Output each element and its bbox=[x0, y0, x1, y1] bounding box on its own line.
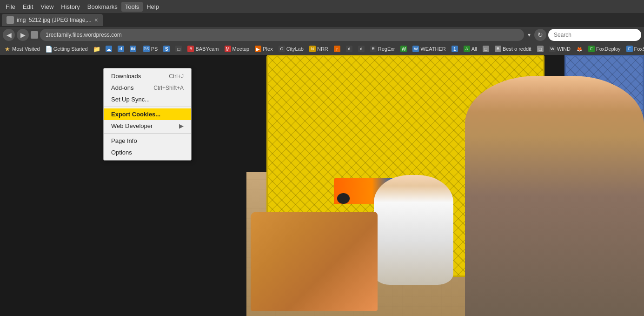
bookmark-fd-icon: F bbox=[588, 46, 595, 52]
bookmark-city-icon: C bbox=[279, 46, 285, 52]
bookmark-w[interactable]: W bbox=[398, 45, 409, 53]
menu-view[interactable]: View bbox=[37, 2, 57, 12]
bookmark-sq2-icon: □ bbox=[483, 46, 489, 52]
reload-button[interactable]: ↻ bbox=[534, 29, 546, 41]
menu-item-label: Export Cookies... bbox=[111, 111, 160, 118]
bookmark-citylab[interactable]: C CityLab bbox=[276, 45, 306, 53]
bookmark-label: WEATHER bbox=[420, 46, 445, 52]
bookmark-label: PS bbox=[151, 46, 158, 52]
menu-item-options[interactable]: Options bbox=[104, 147, 191, 158]
bookmark-fox[interactable]: 🦊 bbox=[574, 45, 585, 53]
bookmark-folder-icon: 📁 bbox=[93, 46, 100, 52]
bookmark-wind[interactable]: W WIND bbox=[547, 45, 573, 53]
menu-item-shortcut: Ctrl+J bbox=[169, 73, 184, 80]
bookmark-label: Best o reddit bbox=[503, 46, 531, 52]
bookmark-label: NRR bbox=[317, 46, 328, 52]
bookmark-in[interactable]: IN bbox=[127, 45, 140, 53]
active-tab[interactable]: img_5212.jpg (JPEG Image,... × bbox=[2, 14, 103, 26]
photo-scene bbox=[246, 55, 644, 316]
bookmark-s-icon: S bbox=[163, 46, 170, 52]
image-area bbox=[246, 55, 644, 316]
forward-button[interactable]: ▶ bbox=[17, 29, 29, 41]
menu-help[interactable]: Help bbox=[143, 2, 163, 12]
bookmark-d2[interactable]: d bbox=[344, 45, 355, 53]
bookmark-cloud[interactable]: ☁ bbox=[103, 45, 114, 53]
bookmark-br-icon: B bbox=[495, 46, 501, 52]
menu-item-sync[interactable]: Set Up Sync... bbox=[104, 94, 191, 105]
search-input[interactable] bbox=[548, 29, 641, 41]
bookmark-best-reddit[interactable]: B Best o reddit bbox=[492, 45, 534, 53]
menu-edit[interactable]: Edit bbox=[19, 2, 37, 12]
bookmark-d2-icon: d bbox=[346, 46, 352, 52]
bookmark-wind-icon: W bbox=[549, 46, 556, 52]
bookmark-doc-icon: 📄 bbox=[46, 46, 52, 52]
url-input[interactable] bbox=[40, 29, 524, 41]
menu-history[interactable]: History bbox=[57, 2, 83, 12]
bookmark-reddit[interactable]: r bbox=[332, 45, 343, 53]
bookmark-ps[interactable]: PS PS bbox=[141, 45, 160, 53]
bookmark-meetup[interactable]: M Meetup bbox=[222, 45, 252, 53]
bookmark-most-visited[interactable]: ★ Most Visited bbox=[2, 45, 42, 53]
menu-item-export-cookies[interactable]: Export Cookies... bbox=[104, 108, 191, 120]
bookmark-all[interactable]: A All bbox=[461, 45, 479, 53]
tools-dropdown-menu: Downloads Ctrl+J Add-ons Ctrl+Shift+A Se… bbox=[103, 68, 192, 161]
menu-item-downloads[interactable]: Downloads Ctrl+J bbox=[104, 70, 191, 82]
bookmark-square[interactable]: □ bbox=[173, 45, 184, 53]
floor-toys bbox=[251, 212, 378, 311]
menu-item-addons[interactable]: Add-ons Ctrl+Shift+A bbox=[104, 82, 191, 94]
bookmark-regexr[interactable]: R RegExr bbox=[368, 45, 398, 53]
bookmark-sq-icon: □ bbox=[175, 46, 182, 52]
menu-separator-1 bbox=[104, 107, 191, 107]
bookmark-d3-icon: d bbox=[358, 46, 365, 52]
url-dropdown-icon[interactable]: ▾ bbox=[526, 32, 532, 38]
bookmark-label: Meetup bbox=[232, 46, 250, 52]
bookmark-babycam[interactable]: B BABYcam bbox=[185, 45, 221, 53]
bookmark-label: RegExr bbox=[378, 46, 395, 52]
tab-close-button[interactable]: × bbox=[94, 16, 98, 24]
menu-tools[interactable]: Tools bbox=[121, 2, 143, 12]
bookmark-1-icon: 1 bbox=[451, 46, 458, 52]
menu-item-label: Set Up Sync... bbox=[111, 96, 150, 103]
menu-item-label: Web Developer bbox=[111, 122, 153, 129]
dad-figure bbox=[465, 76, 644, 316]
bookmark-foxs[interactable]: F FoxS bbox=[624, 45, 644, 53]
bookmark-foxdeploy[interactable]: F FoxDeploy bbox=[586, 45, 623, 53]
bookmark-nrr[interactable]: N NRR bbox=[307, 45, 331, 53]
bookmarks-bar: ★ Most Visited 📄 Getting Started 📁 ☁ d I… bbox=[0, 43, 644, 55]
bookmark-d-icon: d bbox=[118, 46, 124, 52]
bookmark-baby-icon: B bbox=[187, 46, 194, 52]
menu-item-label: Downloads bbox=[111, 73, 141, 80]
bookmark-label: Plex bbox=[263, 46, 272, 52]
menu-bookmarks[interactable]: Bookmarks bbox=[84, 2, 121, 12]
back-button[interactable]: ◀ bbox=[3, 29, 15, 41]
bookmark-meetup-icon: M bbox=[225, 46, 231, 52]
bookmark-cloud-icon: ☁ bbox=[106, 46, 112, 52]
bookmark-d3[interactable]: d bbox=[356, 45, 367, 53]
bookmark-folder-yellow[interactable]: 📁 bbox=[91, 45, 102, 53]
bookmark-getting-started[interactable]: 📄 Getting Started bbox=[43, 45, 90, 53]
bookmark-regexr-icon: R bbox=[370, 46, 377, 52]
bookmark-weather[interactable]: W WEATHER bbox=[410, 45, 448, 53]
bookmark-sq3-icon: □ bbox=[537, 46, 544, 52]
main-content: Downloads Ctrl+J Add-ons Ctrl+Shift+A Se… bbox=[0, 55, 644, 316]
bookmark-label: Getting Started bbox=[53, 46, 88, 52]
bookmark-sq3[interactable]: □ bbox=[535, 45, 546, 53]
bookmark-label: CityLab bbox=[286, 46, 304, 52]
page-favicon bbox=[31, 31, 38, 39]
bookmark-plex[interactable]: ▶ Plex bbox=[252, 45, 275, 53]
menu-item-label: Options bbox=[111, 149, 132, 156]
bookmark-digg[interactable]: d bbox=[115, 45, 126, 53]
menu-item-web-developer[interactable]: Web Developer ▶ bbox=[104, 120, 191, 132]
menu-item-page-info[interactable]: Page Info bbox=[104, 135, 191, 147]
tab-title: img_5212.jpg (JPEG Image,... bbox=[17, 17, 92, 23]
menu-file[interactable]: File bbox=[2, 2, 19, 12]
bookmark-s[interactable]: S bbox=[161, 45, 172, 53]
bookmark-label: BABYcam bbox=[195, 46, 219, 52]
bookmark-1[interactable]: 1 bbox=[449, 45, 460, 53]
bookmark-ps-icon: PS bbox=[143, 46, 150, 52]
bookmark-label: FoxS bbox=[634, 46, 644, 52]
bookmark-sq2[interactable]: □ bbox=[480, 45, 491, 53]
bookmark-weather-icon: W bbox=[412, 46, 419, 52]
bookmark-fs-icon: F bbox=[626, 46, 633, 52]
menu-item-shortcut: Ctrl+Shift+A bbox=[153, 85, 184, 91]
